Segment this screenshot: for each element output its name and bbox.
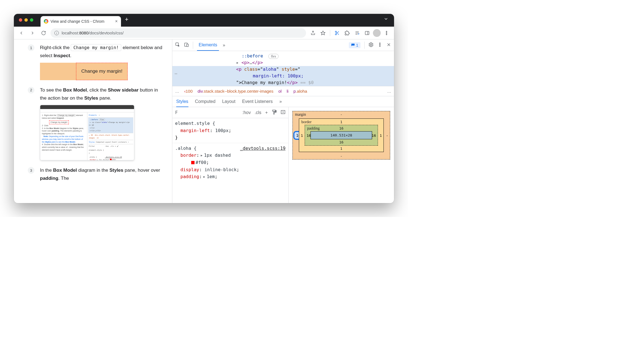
new-tab-button[interactable]: + <box>125 16 128 25</box>
scissors-icon[interactable] <box>333 29 341 37</box>
demo-element[interactable]: Change my margin! <box>76 63 128 80</box>
profile-avatar[interactable] <box>373 29 381 37</box>
svg-line-6 <box>336 32 337 33</box>
step-number: 3 <box>28 167 34 174</box>
devtools-toolbar: Elements » 1 <box>172 39 394 51</box>
code-change-my-margin: Change my margin! <box>71 44 121 51</box>
hov-toggle[interactable]: :hov <box>242 110 251 115</box>
tab-bar: View and change CSS - Chrom × + <box>14 14 394 27</box>
selected-dom-node[interactable]: <p class="aloha" style=" <box>172 66 394 73</box>
forward-button[interactable] <box>28 29 37 37</box>
dom-tree[interactable]: ⋯ ::before flex ▸ <p>…</p> <p class="alo… <box>172 51 394 86</box>
reload-button[interactable] <box>39 29 48 37</box>
close-window-button[interactable] <box>19 18 22 22</box>
reading-list-icon[interactable] <box>353 29 361 37</box>
show-sidebar-icon[interactable] <box>281 110 286 116</box>
device-toolbar-icon[interactable] <box>184 42 189 48</box>
address-bar[interactable]: i localhost:8080/docs/devtools/css/ <box>51 28 306 38</box>
window-controls <box>19 18 33 22</box>
styles-toolbar: F :hov .cls + <box>172 107 288 118</box>
tab-elements[interactable]: Elements <box>197 40 219 51</box>
color-swatch[interactable] <box>191 161 195 164</box>
svg-rect-23 <box>281 110 285 114</box>
site-info-icon[interactable]: i <box>54 31 59 35</box>
styles-tabs-overflow[interactable]: » <box>279 99 282 104</box>
dom-collapse-handle[interactable]: ⋯ <box>175 70 178 77</box>
svg-point-2 <box>335 31 337 32</box>
screenshot-thumbnail: 1 Right-click the Change my margin! elem… <box>40 105 134 160</box>
box-model-padding[interactable]: padding 16 16 16 16 140.531×28 <box>305 125 378 146</box>
tab-styles[interactable]: Styles <box>176 99 188 107</box>
flex-badge[interactable]: flex <box>268 54 279 59</box>
step-2: 2 To see the Box Model, click the Show s… <box>28 86 164 161</box>
settings-icon[interactable] <box>369 42 373 48</box>
svg-point-14 <box>386 34 387 35</box>
svg-point-12 <box>386 31 387 32</box>
styles-rules-pane: F :hov .cls + element.style { margin-lef… <box>172 107 289 203</box>
side-panel-icon[interactable] <box>363 29 371 37</box>
svg-line-5 <box>338 33 339 34</box>
close-devtools-icon[interactable] <box>386 42 391 48</box>
step-number: 1 <box>28 44 34 51</box>
demo-margin-box: Change my margin! <box>40 63 128 80</box>
tab-event-listeners[interactable]: Event Listeners <box>242 99 272 104</box>
back-button[interactable] <box>17 29 26 37</box>
tab-search-button[interactable] <box>383 16 388 24</box>
styles-filter-input[interactable]: F <box>175 110 186 115</box>
box-model-margin[interactable]: margin - - - 100 border 1 1 1 1 <box>292 111 390 160</box>
browser-window: View and change CSS - Chrom × + i localh… <box>14 14 394 203</box>
step-1: 1 Right-click the Change my margin! elem… <box>28 44 164 80</box>
browser-toolbar: i localhost:8080/docs/devtools/css/ <box>14 27 394 39</box>
tab-close-button[interactable]: × <box>115 19 118 24</box>
svg-point-20 <box>380 46 380 46</box>
source-link[interactable]: _devtools.scss:19 <box>240 145 286 152</box>
svg-rect-10 <box>365 31 369 35</box>
minimize-window-button[interactable] <box>24 18 28 22</box>
chrome-menu-button[interactable] <box>382 29 391 37</box>
box-model-pane: margin - - - 100 border 1 1 1 1 <box>289 107 394 203</box>
chrome-icon <box>44 19 48 24</box>
tab-layout[interactable]: Layout <box>222 99 235 104</box>
step-number: 2 <box>28 87 34 93</box>
more-icon[interactable] <box>377 42 382 48</box>
bookmark-icon[interactable] <box>319 29 327 37</box>
cls-toggle[interactable]: .cls <box>255 110 261 115</box>
maximize-window-button[interactable] <box>30 18 33 22</box>
svg-point-18 <box>380 43 380 44</box>
devtools-panel: Elements » 1 ⋯ ::before flex ▸ <p>…</p> … <box>172 39 394 203</box>
tab-title: View and change CSS - Chrom <box>51 19 104 24</box>
issues-badge[interactable]: 1 <box>349 42 360 48</box>
box-model-content[interactable]: 140.531×28 <box>311 131 372 139</box>
svg-point-13 <box>386 32 387 33</box>
svg-rect-17 <box>187 44 188 46</box>
step-3: 3 In the Box Model diagram in the Styles… <box>28 166 164 183</box>
extensions-icon[interactable] <box>343 29 351 37</box>
breadcrumb-bar[interactable]: … ‹100 div.stack.stack--block.type.cente… <box>172 86 394 96</box>
tabs-overflow-icon[interactable]: » <box>223 43 225 48</box>
svg-point-19 <box>380 44 380 45</box>
page-content: 1 Right-click the Change my margin! elem… <box>14 39 172 203</box>
svg-point-3 <box>335 34 337 35</box>
inspect-element-icon[interactable] <box>175 42 180 48</box>
paint-icon[interactable] <box>272 110 277 116</box>
tab-computed[interactable]: Computed <box>195 99 216 104</box>
url-text: localhost:8080/docs/devtools/css/ <box>62 31 123 35</box>
browser-tab[interactable]: View and change CSS - Chrom × <box>41 16 121 27</box>
svg-marker-1 <box>321 31 325 35</box>
styles-tab-bar: Styles Computed Layout Event Listeners » <box>172 96 394 107</box>
box-model-border[interactable]: border 1 1 1 1 padding 16 16 16 <box>299 118 384 152</box>
share-icon[interactable] <box>309 29 317 37</box>
new-style-rule-icon[interactable]: + <box>265 110 268 115</box>
